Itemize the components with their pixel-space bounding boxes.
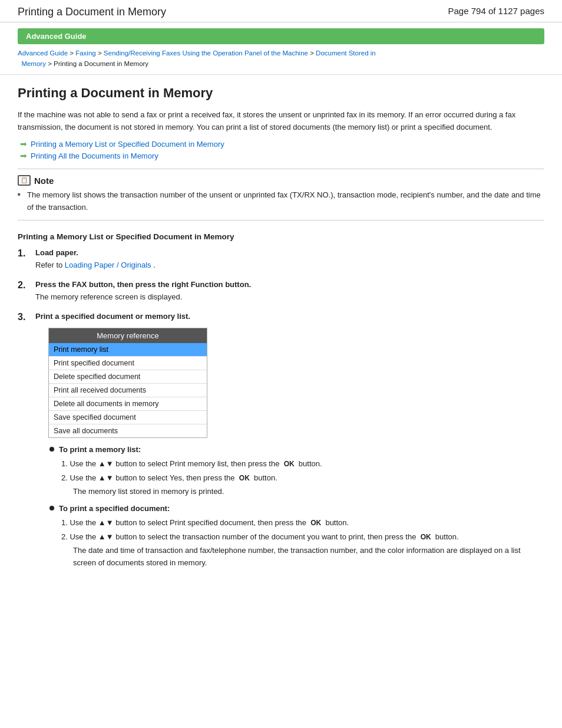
page-title-header: Printing a Document in Memory [18, 6, 166, 18]
arrow-icon-2: ➡ [20, 151, 27, 160]
step-1-number: 1. [18, 248, 31, 259]
main-content: Printing a Document in Memory If the mac… [0, 75, 562, 601]
note-heading-text: Note [34, 176, 54, 186]
bullet-specified-doc-step-1: 1. Use the ▲▼ button to select Print spe… [61, 516, 544, 529]
loading-paper-link[interactable]: Loading Paper / Originals [65, 261, 151, 269]
ok-button-label-4: OK [421, 533, 431, 541]
step-2-number: 2. [18, 280, 31, 291]
bullet-heading-memory-list: To print a memory list: [49, 445, 544, 454]
note-heading: 📋 Note [18, 175, 544, 186]
advanced-guide-bar: Advanced Guide [0, 22, 562, 44]
breadcrumb-advanced-guide[interactable]: Advanced Guide [18, 50, 68, 57]
page-number: Page 794 of 1127 pages [448, 6, 544, 16]
note-box: 📋 Note The memory list shows the transac… [18, 169, 544, 220]
bullet-dot-1 [49, 447, 54, 452]
ok-button-label-2: OK [239, 474, 250, 482]
bullet-heading-specified-doc: To print a specified document: [49, 504, 544, 513]
link-all-documents-anchor[interactable]: Printing All the Documents in Memory [31, 151, 158, 160]
step-3-title: Print a specified document or memory lis… [35, 312, 544, 321]
link-all-documents[interactable]: ➡ Printing All the Documents in Memory [20, 151, 544, 160]
page-header: Printing a Document in Memory Page 794 o… [0, 0, 562, 22]
memory-table-row-0[interactable]: Print memory list [49, 343, 207, 357]
memory-table-row-3[interactable]: Print all received documents [49, 384, 207, 397]
ok-button-label-3: OK [310, 519, 321, 527]
breadcrumb: Advanced Guide > Faxing > Sending/Receiv… [0, 44, 562, 75]
step-1-title: Load paper. [35, 248, 544, 257]
bullet-section-specified-doc: To print a specified document: 1. Use th… [49, 504, 544, 569]
breadcrumb-faxing[interactable]: Faxing [75, 50, 96, 57]
note-text: The memory list shows the transaction nu… [18, 189, 544, 214]
bullet-memory-list-step-2: 2. Use the ▲▼ button to select Yes, then… [61, 472, 544, 485]
step-1-content: Load paper. Refer to Loading Paper / Ori… [35, 248, 544, 272]
step-1-desc: Refer to Loading Paper / Originals . [35, 259, 544, 272]
breadcrumb-sending-receiving[interactable]: Sending/Receiving Faxes Using the Operat… [104, 50, 308, 57]
bullet-sub-list-memory-list: 1. Use the ▲▼ button to select Print mem… [61, 457, 544, 498]
bullet-memory-list-desc: The memory list stored in memory is prin… [73, 486, 544, 498]
memory-reference-table: Memory reference Print memory list Print… [48, 328, 207, 438]
bullet-dot-2 [49, 506, 54, 510]
bullet-specified-doc-desc: The date and time of transaction and fax… [73, 545, 544, 569]
bullet-section-memory-list: To print a memory list: 1. Use the ▲▼ bu… [49, 445, 544, 498]
breadcrumb-current: Printing a Document in Memory [54, 60, 148, 67]
bullet-memory-list-step-1: 1. Use the ▲▼ button to select Print mem… [61, 457, 544, 470]
memory-table-row-1[interactable]: Print specified document [49, 357, 207, 370]
memory-table-row-6[interactable]: Save all documents [49, 424, 207, 437]
link-memory-list[interactable]: ➡ Printing a Memory List or Specified Do… [20, 139, 544, 149]
memory-table-header: Memory reference [49, 328, 207, 343]
step-3-content: Print a specified document or memory lis… [35, 312, 544, 575]
ok-button-label-1: OK [284, 460, 295, 468]
fax-label: FAX [72, 280, 87, 289]
bullet-sub-list-specified-doc: 1. Use the ▲▼ button to select Print spe… [61, 516, 544, 569]
step-1: 1. Load paper. Refer to Loading Paper / … [18, 248, 544, 272]
step-2-content: Press the FAX button, then press the rig… [35, 280, 544, 304]
bullet-specified-doc-step-2: 2. Use the ▲▼ button to select the trans… [61, 531, 544, 543]
advanced-guide-label: Advanced Guide [18, 28, 544, 44]
step-3: 3. Print a specified document or memory … [18, 312, 544, 575]
link-memory-list-anchor[interactable]: Printing a Memory List or Specified Docu… [31, 140, 224, 149]
memory-table-row-4[interactable]: Delete all documents in memory [49, 397, 207, 411]
step-2-title: Press the FAX button, then press the rig… [35, 280, 544, 289]
memory-table-row-5[interactable]: Save specified document [49, 411, 207, 424]
arrow-icon-1: ➡ [20, 139, 27, 149]
section-heading: Printing a Memory List or Specified Docu… [18, 232, 544, 241]
step-3-number: 3. [18, 312, 31, 322]
bullet-heading-specified-doc-text: To print a specified document: [59, 504, 170, 513]
note-icon: 📋 [18, 175, 31, 186]
memory-table-row-2[interactable]: Delete specified document [49, 370, 207, 384]
step-2-desc: The memory reference screen is displayed… [35, 291, 544, 304]
intro-paragraph: If the machine was not able to send a fa… [18, 109, 544, 134]
step-2: 2. Press the FAX button, then press the … [18, 280, 544, 304]
bullet-heading-memory-list-text: To print a memory list: [59, 445, 141, 454]
page-main-heading: Printing a Document in Memory [18, 85, 544, 101]
